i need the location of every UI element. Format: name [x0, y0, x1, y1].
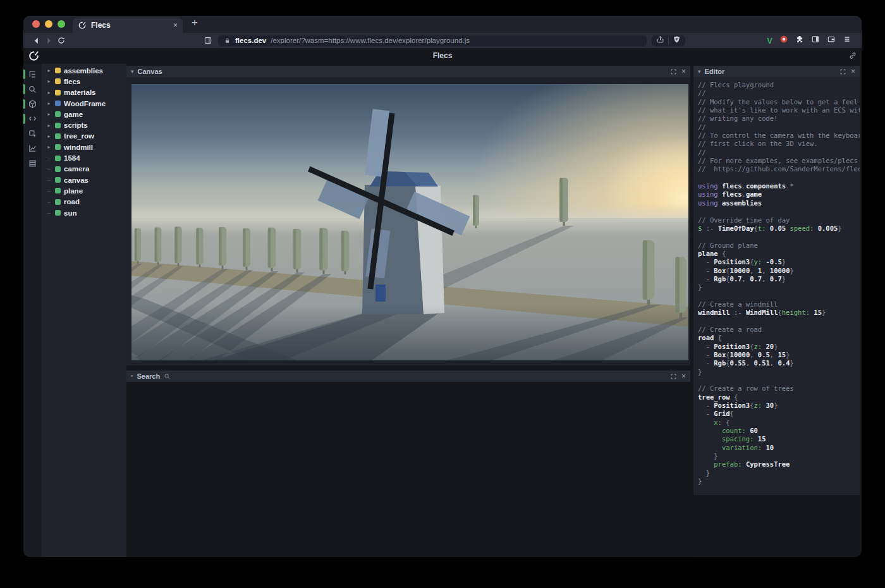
search-icon[interactable]: [23, 82, 42, 96]
code-line: // https://github.com/SanderMertens/flec…: [698, 165, 860, 173]
entity-color-swatch: [55, 111, 61, 117]
tree-item-WoodFrame[interactable]: ▸WoodFrame: [42, 98, 126, 109]
fullscreen-icon[interactable]: [839, 68, 847, 76]
entity-color-swatch: [55, 188, 61, 193]
expand-arrow-icon[interactable]: ▸: [46, 144, 52, 150]
app-header: Flecs: [23, 48, 862, 64]
url-path: /explorer/?wasm=https://www.flecs.dev/ex…: [271, 37, 470, 44]
icon-sidebar: [23, 64, 42, 557]
new-tab-button[interactable]: +: [192, 16, 198, 33]
tree-item-game[interactable]: ▸game: [42, 109, 126, 119]
leaf-dash-icon: –: [46, 210, 52, 216]
permalink-icon[interactable]: [848, 51, 857, 60]
close-window-button[interactable]: [32, 20, 40, 28]
expand-arrow-icon[interactable]: ▸: [46, 78, 52, 84]
tree-item-label: plane: [64, 187, 83, 195]
tree-item-windmill[interactable]: ▸windmill: [42, 142, 126, 152]
code-line: [698, 317, 860, 326]
traffic-lights: [23, 20, 73, 33]
page-title: Flecs: [23, 51, 862, 60]
canvas-panel-title: Canvas: [138, 68, 162, 75]
editor-panel-header: ▾ Editor ×: [693, 66, 860, 77]
back-icon[interactable]: [30, 35, 42, 46]
lock-icon: [224, 37, 231, 44]
expand-arrow-icon[interactable]: ▸: [46, 133, 52, 139]
canvas-3d-scene[interactable]: [131, 84, 688, 360]
code-line: plane {: [698, 250, 860, 258]
forward-icon[interactable]: [42, 35, 55, 46]
code-line: tree_row {: [698, 393, 860, 401]
select-icon[interactable]: [23, 126, 42, 141]
code-line: }: [698, 452, 860, 460]
fullscreen-icon[interactable]: [669, 68, 678, 76]
browser-tab[interactable]: Flecs ×: [73, 17, 183, 33]
tree-item-sun[interactable]: –sun: [42, 207, 126, 218]
url-input[interactable]: flecs.dev/explorer/?wasm=https://www.fle…: [218, 35, 647, 46]
editor-panel-title: Editor: [705, 68, 725, 75]
bookmarks-panel-icon[interactable]: [202, 35, 214, 46]
code-line: using flecs.game: [698, 190, 860, 199]
fullscreen-icon[interactable]: [669, 372, 678, 381]
tree-item-label: canvas: [64, 176, 88, 184]
search-panel-header: • Search ×: [126, 371, 690, 382]
tree-item-1584[interactable]: –1584: [42, 152, 126, 163]
tree-item-scripts[interactable]: ▸scripts: [42, 119, 126, 130]
vue-extension-icon[interactable]: V: [767, 36, 772, 46]
entity-color-swatch: [55, 101, 61, 106]
entity-color-swatch: [55, 144, 61, 150]
chart-icon[interactable]: [23, 141, 42, 156]
sidebar-toggle-icon[interactable]: [811, 35, 820, 46]
reload-icon[interactable]: [55, 35, 68, 46]
close-panel-icon[interactable]: ×: [681, 372, 686, 380]
share-icon[interactable]: [656, 35, 664, 46]
expand-arrow-icon[interactable]: ▸: [46, 101, 52, 106]
collapsed-indicator-icon[interactable]: •: [131, 373, 133, 379]
tree-item-tree_row[interactable]: ▸tree_row: [42, 131, 126, 142]
code-icon[interactable]: [23, 111, 42, 126]
brave-shield-icon[interactable]: [673, 35, 681, 46]
tab-close-icon[interactable]: ×: [173, 21, 178, 29]
expand-arrow-icon[interactable]: ▸: [46, 90, 52, 95]
entity-color-swatch: [55, 68, 61, 73]
rows-icon[interactable]: [23, 156, 42, 170]
chevron-down-icon[interactable]: ▾: [131, 69, 134, 75]
code-line: prefab: CypressTree: [698, 460, 860, 469]
tree-item-camera[interactable]: –camera: [42, 164, 126, 175]
extensions-puzzle-icon[interactable]: [795, 35, 804, 46]
expand-arrow-icon[interactable]: ▸: [46, 111, 52, 117]
wallet-icon[interactable]: [827, 35, 836, 46]
chevron-down-icon[interactable]: ▾: [698, 69, 701, 75]
search-panel: • Search ×: [126, 371, 690, 557]
leaf-dash-icon: –: [46, 188, 52, 193]
tree-item-plane[interactable]: –plane: [42, 185, 126, 196]
leaf-dash-icon: –: [46, 177, 52, 183]
code-line: [698, 292, 860, 300]
code-line: using flecs.components.*: [698, 182, 860, 190]
tree-item-flecs[interactable]: ▸flecs: [42, 76, 126, 87]
hierarchy-icon[interactable]: [23, 67, 42, 82]
canvas-viewport: [131, 84, 688, 360]
tree-item-assemblies[interactable]: ▸assemblies: [42, 65, 126, 76]
code-line: - Rgb{0.7, 0.7, 0.7}: [698, 275, 860, 283]
tree-item-materials[interactable]: ▸materials: [42, 87, 126, 98]
expand-arrow-icon[interactable]: ▸: [46, 68, 52, 73]
tree-item-canvas[interactable]: –canvas: [42, 175, 126, 185]
tree-item-road[interactable]: –road: [42, 197, 126, 207]
close-panel-icon[interactable]: ×: [681, 68, 686, 75]
code-line: - Position3{z: 20}: [698, 343, 860, 351]
code-line: - Grid{: [698, 410, 860, 418]
entity-color-swatch: [55, 177, 61, 183]
menu-icon[interactable]: [843, 35, 851, 46]
code-line: // writing any code!: [698, 114, 860, 123]
leaf-dash-icon: –: [46, 166, 52, 172]
code-line: - Position3{y: -0.5}: [698, 258, 860, 266]
close-panel-icon[interactable]: ×: [851, 68, 855, 75]
red-extension-icon[interactable]: [779, 35, 788, 46]
tree-item-label: sun: [64, 209, 76, 217]
tree-item-label: WoodFrame: [64, 100, 106, 107]
minimize-window-button[interactable]: [45, 20, 52, 28]
maximize-window-button[interactable]: [58, 20, 65, 28]
cube-icon[interactable]: [23, 97, 42, 111]
expand-arrow-icon[interactable]: ▸: [46, 123, 52, 128]
editor-code[interactable]: // Flecs playground//// Modify the value…: [693, 77, 860, 495]
